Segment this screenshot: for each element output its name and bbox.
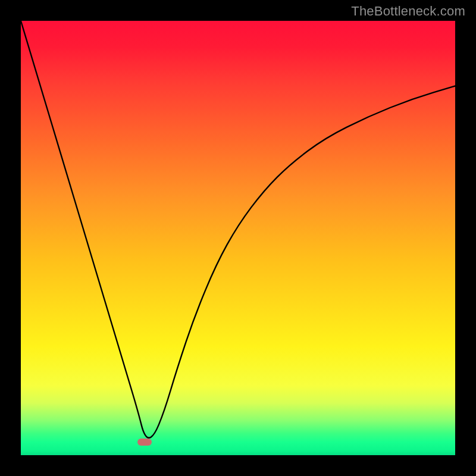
minimum-marker <box>137 439 152 446</box>
bottleneck-curve <box>21 21 455 455</box>
watermark-text: TheBottleneck.com <box>351 4 465 19</box>
plot-area <box>21 21 455 455</box>
outer-frame: TheBottleneck.com <box>0 0 476 476</box>
